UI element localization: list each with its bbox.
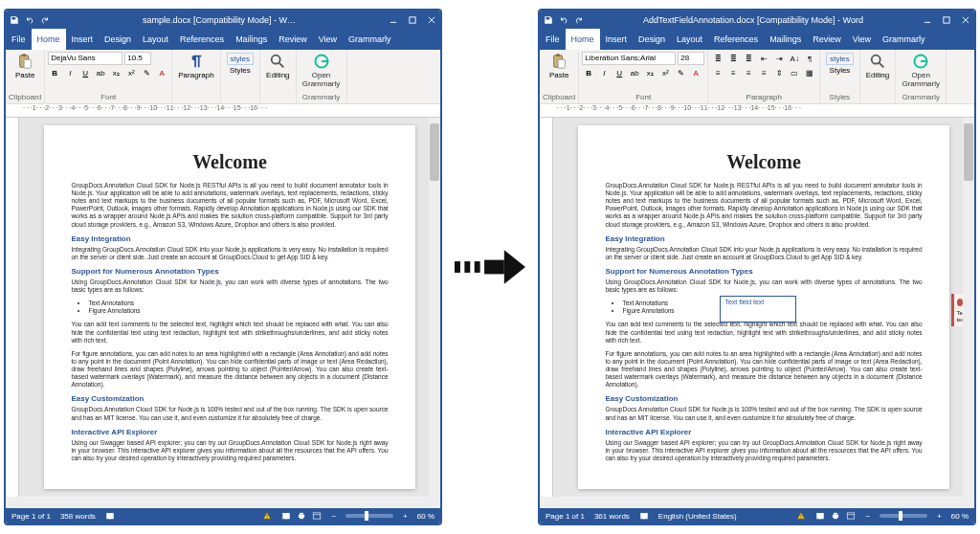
paste-button[interactable]: Paste xyxy=(546,52,571,80)
status-words[interactable]: 358 words xyxy=(60,512,96,521)
font-color-button[interactable]: A xyxy=(155,66,168,79)
tab-file[interactable]: File xyxy=(6,29,32,50)
proofing-icon[interactable] xyxy=(639,511,649,521)
borders-button[interactable]: ▦ xyxy=(803,66,816,79)
superscript-button[interactable]: x² xyxy=(658,66,672,79)
read-mode-icon[interactable] xyxy=(815,511,825,521)
align-right-button[interactable]: ≡ xyxy=(742,66,755,79)
web-layout-icon[interactable] xyxy=(312,511,322,521)
show-marks-button[interactable]: ¶ xyxy=(803,52,816,65)
font-name-select[interactable]: Liberation Sans;Arial xyxy=(582,52,676,65)
zoom-slider[interactable] xyxy=(345,514,393,518)
align-justify-button[interactable]: ≡ xyxy=(757,66,770,79)
read-mode-icon[interactable] xyxy=(281,511,291,521)
sort-button[interactable]: A↓ xyxy=(788,52,801,65)
editing-button[interactable]: Editing xyxy=(263,52,292,80)
zoom-out[interactable]: − xyxy=(331,512,336,521)
tab-review[interactable]: Review xyxy=(273,29,313,50)
document-page[interactable]: Welcome GroupDocs.Annotation Cloud SDK f… xyxy=(578,125,948,489)
tab-review[interactable]: Review xyxy=(807,29,847,50)
tab-home[interactable]: Home xyxy=(566,29,600,50)
zoom-in[interactable]: + xyxy=(937,512,942,521)
strike-button[interactable]: ab xyxy=(628,66,641,79)
tab-design[interactable]: Design xyxy=(633,29,671,50)
horizontal-scrollbar[interactable] xyxy=(6,497,440,508)
save-icon[interactable] xyxy=(544,15,553,25)
indent-dec-button[interactable]: ⇤ xyxy=(757,52,770,65)
tab-references[interactable]: References xyxy=(708,29,764,50)
tab-mailings[interactable]: Mailings xyxy=(230,29,273,50)
tab-grammarly[interactable]: Grammarly xyxy=(343,29,397,50)
italic-button[interactable]: I xyxy=(63,66,77,79)
tell-me[interactable]: Tell me xyxy=(397,29,442,50)
font-size-select[interactable]: 28 xyxy=(678,52,704,65)
tab-mailings[interactable]: Mailings xyxy=(764,29,807,50)
subscript-button[interactable]: x₂ xyxy=(109,66,122,79)
editing-button[interactable]: Editing xyxy=(863,52,892,80)
minimize-icon[interactable] xyxy=(923,15,932,25)
align-left-button[interactable]: ≡ xyxy=(711,66,724,79)
horizontal-ruler[interactable]: · · ·1· · ·2· · ·3· · ·4· · ·5· · ·6· · … xyxy=(540,104,974,118)
underline-button[interactable]: U xyxy=(612,66,626,79)
tab-layout[interactable]: Layout xyxy=(671,29,708,50)
styles-button[interactable]: stylesStyles xyxy=(224,52,256,76)
italic-button[interactable]: I xyxy=(597,66,611,79)
warning-icon[interactable] xyxy=(262,511,272,521)
grammarly-button[interactable]: Open Grammarly xyxy=(300,52,344,89)
underline-button[interactable]: U xyxy=(78,66,92,79)
zoom-out[interactable]: − xyxy=(865,512,870,521)
text-field-annotation[interactable]: Text field text xyxy=(720,296,796,323)
tab-design[interactable]: Design xyxy=(99,29,137,50)
bold-button[interactable]: B xyxy=(582,66,595,79)
status-page[interactable]: Page 1 of 1 xyxy=(546,512,585,521)
highlight-button[interactable]: ✎ xyxy=(674,66,687,79)
status-page[interactable]: Page 1 of 1 xyxy=(11,512,51,521)
paste-button[interactable]: Paste xyxy=(12,52,37,80)
tab-references[interactable]: References xyxy=(174,29,230,50)
tab-grammarly[interactable]: Grammarly xyxy=(877,29,931,50)
indent-inc-button[interactable]: ⇥ xyxy=(772,52,786,65)
horizontal-ruler[interactable]: · · ·1· · ·2· · ·3· · ·4· · ·5· · ·6· · … xyxy=(6,104,440,118)
minimize-icon[interactable] xyxy=(389,15,398,25)
shading-button[interactable]: ▭ xyxy=(788,66,801,79)
bullets-button[interactable]: ≣ xyxy=(711,52,724,65)
paragraph-button[interactable]: Paragraph xyxy=(175,52,216,80)
subscript-button[interactable]: x₂ xyxy=(643,66,657,79)
web-layout-icon[interactable] xyxy=(846,511,856,521)
vertical-scrollbar[interactable] xyxy=(429,118,440,497)
numbering-button[interactable]: ≣ xyxy=(726,52,740,65)
warning-icon[interactable] xyxy=(796,511,806,521)
styles-button[interactable]: stylesStyles xyxy=(823,52,856,76)
multilist-button[interactable]: ≣ xyxy=(742,52,755,65)
status-language[interactable]: English (United States) xyxy=(658,512,737,521)
redo-icon[interactable] xyxy=(40,15,50,25)
highlight-button[interactable]: ✎ xyxy=(140,66,153,79)
bold-button[interactable]: B xyxy=(48,66,61,79)
tab-insert[interactable]: Insert xyxy=(66,29,100,50)
superscript-button[interactable]: x² xyxy=(124,66,138,79)
redo-icon[interactable] xyxy=(574,15,584,25)
grammarly-button[interactable]: Open Grammarly xyxy=(899,52,943,89)
horizontal-scrollbar[interactable] xyxy=(540,497,974,508)
tab-home[interactable]: Home xyxy=(32,29,66,50)
status-words[interactable]: 361 words xyxy=(594,512,630,521)
proofing-icon[interactable] xyxy=(105,511,115,521)
vertical-ruler[interactable] xyxy=(6,118,19,497)
font-size-select[interactable]: 10.5 xyxy=(124,52,151,65)
undo-icon[interactable] xyxy=(25,15,34,25)
print-layout-icon[interactable] xyxy=(831,511,840,521)
tell-me[interactable]: Tell me xyxy=(931,29,976,50)
scrollbar-thumb[interactable] xyxy=(964,123,973,181)
scrollbar-thumb[interactable] xyxy=(430,123,439,181)
zoom-level[interactable]: 60 % xyxy=(417,512,434,521)
line-spacing-button[interactable]: ⇕ xyxy=(772,66,786,79)
font-color-button[interactable]: A xyxy=(689,66,702,79)
tab-layout[interactable]: Layout xyxy=(137,29,174,50)
print-layout-icon[interactable] xyxy=(297,511,306,521)
vertical-scrollbar[interactable] xyxy=(963,118,974,497)
document-page[interactable]: Welcome GroupDocs.Annotation Cloud SDK f… xyxy=(44,125,414,489)
zoom-knob[interactable] xyxy=(365,511,368,521)
vertical-ruler[interactable] xyxy=(540,118,553,497)
save-icon[interactable] xyxy=(10,15,19,25)
tab-insert[interactable]: Insert xyxy=(600,29,634,50)
